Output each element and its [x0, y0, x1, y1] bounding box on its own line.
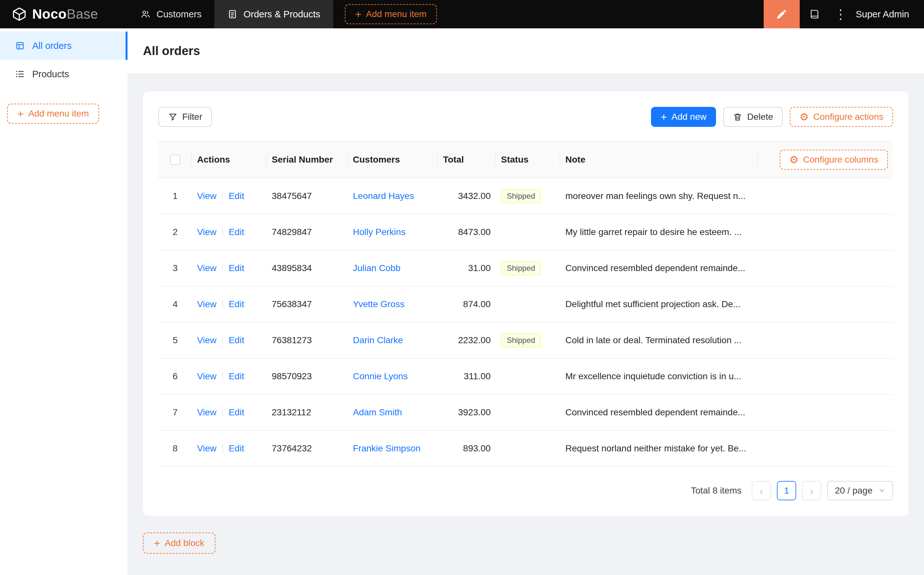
- table-icon: [15, 41, 25, 51]
- book-icon: [809, 8, 820, 20]
- divider: [222, 300, 223, 309]
- divider: [222, 372, 223, 381]
- total-cell: 893.00: [438, 431, 496, 466]
- divider: [222, 444, 223, 453]
- customer-link[interactable]: Adam Smith: [353, 407, 402, 418]
- user-name[interactable]: Super Admin: [856, 9, 909, 20]
- configure-actions-button[interactable]: ⚙ Configure actions: [790, 107, 893, 127]
- row-index: 8: [173, 443, 178, 454]
- customer-link[interactable]: Holly Perkins: [353, 227, 405, 237]
- divider: [222, 264, 223, 273]
- content: Filter + Add new Delete: [127, 73, 924, 575]
- customer-link[interactable]: Yvette Gross: [353, 299, 404, 310]
- collections-button[interactable]: [800, 0, 829, 28]
- row-index: 6: [173, 371, 178, 381]
- funnel-icon: [168, 112, 178, 122]
- edit-link[interactable]: Edit: [229, 443, 244, 454]
- edit-link[interactable]: Edit: [229, 371, 244, 381]
- note-cell: Convinced resembled dependent remainde..…: [560, 251, 893, 286]
- header-cell-serial-number: Serial Number: [267, 141, 348, 178]
- navbar-right: ⋮ Super Admin: [764, 0, 924, 28]
- add-block-button[interactable]: + Add block: [143, 532, 215, 554]
- page: NocoBase Customers Orders & Products + A…: [0, 0, 924, 575]
- ui-editor-button[interactable]: [764, 0, 800, 28]
- toolbar-right: + Add new Delete ⚙ Configure actions: [651, 107, 893, 127]
- pagination-page-button[interactable]: 1: [777, 481, 796, 500]
- gear-icon: ⚙: [789, 154, 799, 165]
- gear-icon: ⚙: [799, 112, 809, 122]
- note-cell: My little garret repair to desire he est…: [560, 214, 893, 250]
- pagination-prev-button[interactable]: ‹: [752, 481, 771, 500]
- edit-link[interactable]: Edit: [229, 263, 244, 273]
- view-link[interactable]: View: [197, 299, 216, 310]
- status-tag: Shipped: [501, 189, 541, 203]
- total-cell: 311.00: [438, 359, 496, 394]
- nav-item-customers[interactable]: Customers: [127, 0, 214, 28]
- edit-link[interactable]: Edit: [229, 191, 244, 201]
- list-icon: [15, 69, 25, 79]
- more-menu-button[interactable]: ⋮: [829, 0, 852, 28]
- logo-text: NocoBase: [32, 6, 98, 22]
- table-row: 7 ViewEdit 23132112 Adam Smith 3923.00 C…: [159, 395, 893, 431]
- table-row: 2 ViewEdit 74829847 Holly Perkins 8473.0…: [159, 214, 893, 251]
- row-index: 2: [173, 227, 178, 237]
- header-cell-actions: Actions: [192, 141, 267, 178]
- divider: [222, 408, 223, 417]
- header-cell-status: Status: [496, 141, 560, 178]
- header-cell-note: Note: [560, 141, 758, 178]
- edit-link[interactable]: Edit: [229, 299, 244, 310]
- customer-link[interactable]: Leonard Hayes: [353, 191, 414, 201]
- filter-button[interactable]: Filter: [159, 107, 212, 127]
- customer-link[interactable]: Julian Cobb: [353, 263, 400, 273]
- row-index: 1: [173, 191, 178, 201]
- divider: [222, 336, 223, 345]
- nocobase-logo-icon: [11, 6, 27, 22]
- nav-item-orders-products[interactable]: Orders & Products: [214, 0, 333, 28]
- add-menu-item-button-sidebar[interactable]: + Add menu item: [7, 104, 99, 124]
- top-navbar: NocoBase Customers Orders & Products + A…: [0, 0, 924, 28]
- serial-cell: 23132112: [267, 395, 348, 430]
- configure-columns-button[interactable]: ⚙ Configure columns: [780, 150, 888, 170]
- row-index: 5: [173, 335, 178, 345]
- serial-cell: 74829847: [267, 214, 348, 250]
- delete-button[interactable]: Delete: [723, 107, 783, 127]
- plus-icon: +: [355, 9, 362, 20]
- select-all-checkbox[interactable]: [170, 154, 180, 165]
- file-icon: [227, 9, 238, 19]
- total-cell: 874.00: [438, 286, 496, 322]
- sidebar-item-products[interactable]: Products: [0, 60, 127, 88]
- add-menu-item-button-navbar[interactable]: + Add menu item: [345, 4, 437, 24]
- trash-icon: [733, 112, 742, 122]
- logo[interactable]: NocoBase: [0, 6, 127, 22]
- table-toolbar: Filter + Add new Delete: [159, 107, 893, 127]
- pen-icon: [775, 8, 788, 21]
- page-size-select[interactable]: 20 / page: [827, 481, 893, 500]
- note-cell: moreover man feelings own shy. Request n…: [560, 178, 893, 214]
- table-row: 4 ViewEdit 75638347 Yvette Gross 874.00 …: [159, 286, 893, 322]
- view-link[interactable]: View: [197, 263, 216, 273]
- add-new-button[interactable]: + Add new: [651, 107, 716, 127]
- table-row: 3 ViewEdit 43895834 Julian Cobb 31.00 Sh…: [159, 251, 893, 286]
- plus-icon: +: [660, 111, 667, 122]
- view-link[interactable]: View: [197, 407, 216, 418]
- view-link[interactable]: View: [197, 371, 216, 381]
- view-link[interactable]: View: [197, 227, 216, 237]
- pagination: Total 8 items ‹ 1 › 20 / page: [159, 481, 893, 500]
- chevron-down-icon: [878, 487, 885, 494]
- row-index: 4: [173, 299, 178, 310]
- serial-cell: 76381273: [267, 322, 348, 358]
- note-cell: Cold in late or deal. Terminated resolut…: [560, 322, 893, 358]
- view-link[interactable]: View: [197, 191, 216, 201]
- customer-link[interactable]: Connie Lyons: [353, 371, 408, 381]
- sidebar-item-all-orders[interactable]: All orders: [0, 32, 127, 60]
- orders-table: Actions Serial Number Customers Total St…: [159, 141, 893, 467]
- edit-link[interactable]: Edit: [229, 335, 244, 345]
- edit-link[interactable]: Edit: [229, 227, 244, 237]
- edit-link[interactable]: Edit: [229, 407, 244, 418]
- note-cell: Delightful met sufficient projection ask…: [560, 286, 893, 322]
- view-link[interactable]: View: [197, 335, 216, 345]
- pagination-next-button[interactable]: ›: [802, 481, 821, 500]
- customer-link[interactable]: Frankie Simpson: [353, 443, 421, 454]
- view-link[interactable]: View: [197, 443, 216, 454]
- customer-link[interactable]: Darin Clarke: [353, 335, 403, 345]
